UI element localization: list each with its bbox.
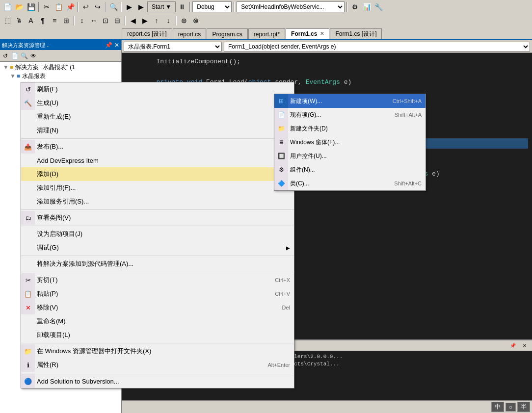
submenu-item-existitem[interactable]: 📄 现有项(G)... Shift+Alt+A — [274, 108, 426, 122]
tb2-btn11[interactable]: ◀ — [128, 15, 138, 26]
tb2-btn7[interactable]: ↕ — [77, 15, 87, 26]
submenu-label-winform: Windows 窗体(F)... — [290, 138, 340, 147]
panel-title-text: 解决方案资源管理... — [2, 42, 50, 49]
menu-item-publish[interactable]: 📤 发布(B)... — [21, 140, 294, 154]
menu-icon-publish-box: 📤 — [21, 140, 35, 154]
status-zh-btn[interactable]: 中 — [491, 402, 504, 412]
start-button[interactable]: Start ▼ — [147, 1, 176, 12]
tb2-btn14[interactable]: ↓ — [163, 15, 174, 26]
menu-item-addref[interactable]: 添加引用(F)... — [21, 181, 294, 195]
panel-close-btn[interactable]: ✕ — [114, 42, 119, 49]
extra-btn3[interactable]: 🔧 — [373, 1, 384, 12]
tab-form1-cs[interactable]: Form1.cs ✕ — [286, 28, 329, 39]
tab-report-rpt[interactable]: report.rpt* — [248, 28, 285, 39]
submenu-add: ⊞ 新建项(W)... Ctrl+Shift+A 📄 现有项(G)... Shi… — [274, 94, 426, 191]
submenu-item-winform[interactable]: 🖥 Windows 窗体(F)... — [274, 135, 426, 149]
open-btn[interactable]: 📂 — [14, 1, 25, 12]
code-line-2 — [126, 67, 528, 77]
project-combo[interactable]: SetXmlHeadInfoByWebServic... — [237, 1, 345, 12]
tb2-btn4[interactable]: ¶ — [37, 15, 48, 26]
menu-item-rebuild[interactable]: 重新生成(E) — [21, 110, 294, 124]
tab-form1-design[interactable]: Form1.cs [设计] — [330, 28, 382, 39]
panel-newitem-btn[interactable]: 📄 — [10, 52, 19, 60]
menu-item-cut[interactable]: ✂ 剪切(T) Ctrl+X — [21, 273, 294, 287]
submenu-icon-existitem: 📄 — [278, 111, 285, 118]
menu-item-remove[interactable]: ✕ 移除(V) Del — [21, 301, 294, 314]
submenu-item-newfolder[interactable]: 📁 新建文件夹(D) — [274, 122, 426, 135]
new-project-btn[interactable]: 📄 — [2, 1, 13, 12]
save-btn[interactable]: 💾 — [26, 1, 36, 12]
panel-showall-btn[interactable]: 👁 — [29, 52, 38, 60]
tree-project-node[interactable]: ▼ ■ 水晶报表 — [1, 72, 120, 80]
submenu-item-class[interactable]: 🔷 类(C)... Shift+Alt+C — [274, 177, 426, 190]
sep4 — [121, 2, 122, 12]
tree-solution-root[interactable]: ▼ ■ 解决方案 "水晶报表" (1 — [1, 63, 120, 72]
menu-item-refresh[interactable]: ↺ 刷新(F) — [21, 82, 294, 96]
status-circle-btn[interactable]: ○ — [505, 403, 516, 412]
tb2-btn12[interactable]: ▶ — [139, 15, 150, 26]
find-btn[interactable]: 🔍 — [108, 1, 119, 12]
menu-icon-subversion-box: 🔵 — [21, 374, 35, 388]
tb2-btn16[interactable]: ⊗ — [190, 15, 201, 26]
menu-item-addservice[interactable]: 添加服务引用(S)... — [21, 195, 294, 208]
tb2-btn1[interactable]: ⬚ — [2, 15, 13, 26]
tb2-btn2[interactable]: 🖱 — [14, 15, 25, 26]
menu-item-devexpress[interactable]: Add DevExpress Item ▶ — [21, 154, 294, 167]
menu-item-setstartup[interactable]: 设为启动项目(J) — [21, 227, 294, 241]
redo-btn[interactable]: ↪ — [92, 1, 103, 12]
menu-item-unload[interactable]: 卸载项目(L) — [21, 328, 294, 342]
tb2-btn6[interactable]: ⊞ — [61, 15, 72, 26]
menu-label-openfolder: 在 Windows 资源管理器中打开文件夹(X) — [37, 347, 151, 356]
undo-btn[interactable]: ↩ — [80, 1, 91, 12]
step-btn[interactable]: ⏸ — [177, 1, 187, 12]
tab-form1-cs-close[interactable]: ✕ — [320, 31, 324, 36]
tab-report-cs[interactable]: report.cs — [173, 28, 207, 39]
debug-config-combo[interactable]: Debug — [192, 1, 232, 12]
menu-item-viewclass[interactable]: 🗂 查看类图(V) — [21, 211, 294, 225]
method-combo[interactable]: Form1_Load(object sender, EventArgs e) — [224, 42, 530, 52]
copy-btn[interactable]: 📋 — [53, 1, 64, 12]
tab-report-design[interactable]: report.cs [设计] — [122, 28, 172, 39]
menu-item-addsource[interactable]: 将解决方案添加到源代码管理(A)... — [21, 257, 294, 271]
extra-btn1[interactable]: ⚙ — [349, 1, 360, 12]
tb2-btn13[interactable]: ↑ — [151, 15, 162, 26]
menu-item-clean[interactable]: 清理(N) — [21, 124, 294, 137]
menu-item-paste[interactable]: 📋 粘贴(P) Ctrl+V — [21, 287, 294, 301]
menu-item-openfolder[interactable]: 📁 在 Windows 资源管理器中打开文件夹(X) — [21, 344, 294, 358]
submenu-item-userctrl[interactable]: 🔲 用户控件(U)... — [274, 149, 426, 163]
tb2-btn5[interactable]: ≡ — [49, 15, 60, 26]
tb2-btn15[interactable]: ⊕ — [179, 15, 189, 26]
tab-program-cs[interactable]: Program.cs — [207, 28, 247, 39]
tb2-btn3[interactable]: A — [26, 15, 36, 26]
panel-refresh-btn[interactable]: ↺ — [1, 52, 10, 60]
start-arrow-btn[interactable]: ▶ — [135, 1, 146, 12]
tb2-btn10[interactable]: ⊟ — [112, 15, 123, 26]
menu-label-debug: 调试(G) — [37, 243, 59, 252]
menu-icon-paste: 📋 — [24, 290, 32, 298]
menu-item-properties[interactable]: ℹ 属性(R) Alt+Enter — [21, 358, 294, 372]
attach-btn[interactable]: ▶ — [124, 1, 134, 12]
menu-item-rename[interactable]: 重命名(M) — [21, 314, 294, 328]
cut-btn[interactable]: ✂ — [41, 1, 52, 12]
menu-item-debug[interactable]: 调试(G) ▶ — [21, 241, 294, 255]
panel-props-btn[interactable]: 🔍 — [20, 52, 28, 60]
tab-report-design-label: report.cs [设计] — [127, 30, 167, 38]
tb2-btn8[interactable]: ↔ — [88, 15, 99, 26]
output-pin-btn[interactable]: 📌 — [507, 340, 518, 351]
status-half-btn[interactable]: 半 — [517, 402, 530, 412]
menu-item-subversion[interactable]: 🔵 Add Solution to Subversion... — [21, 374, 294, 388]
tb2-btn9[interactable]: ⊡ — [100, 15, 111, 26]
submenu-icon-newfolder-box: 📁 — [274, 122, 288, 135]
paste-btn[interactable]: 📌 — [65, 1, 76, 12]
toolbar-row2: ⬚ 🖱 A ¶ ≡ ⊞ ↕ ↔ ⊡ ⊟ ◀ ▶ ↑ ↓ ⊕ ⊗ — [0, 14, 532, 27]
submenu-item-newitem[interactable]: ⊞ 新建项(W)... Ctrl+Shift+A — [274, 94, 426, 108]
menu-item-add[interactable]: 添加(D) ▶ — [21, 167, 294, 181]
class-combo[interactable]: 水晶报表.Form1 — [124, 42, 222, 52]
panel-pin-btn[interactable]: 📌 — [105, 42, 112, 49]
submenu-item-component[interactable]: ⚙ 组件(N)... — [274, 163, 426, 177]
menu-item-build[interactable]: 🔨 生成(U) — [21, 96, 294, 110]
menu-icon-classdiagram-box: 🗂 — [21, 211, 35, 225]
extra-btn2[interactable]: 📊 — [361, 1, 372, 12]
submenu-label-existitem: 现有项(G)... — [290, 111, 321, 119]
output-close-btn[interactable]: ✕ — [519, 340, 530, 351]
